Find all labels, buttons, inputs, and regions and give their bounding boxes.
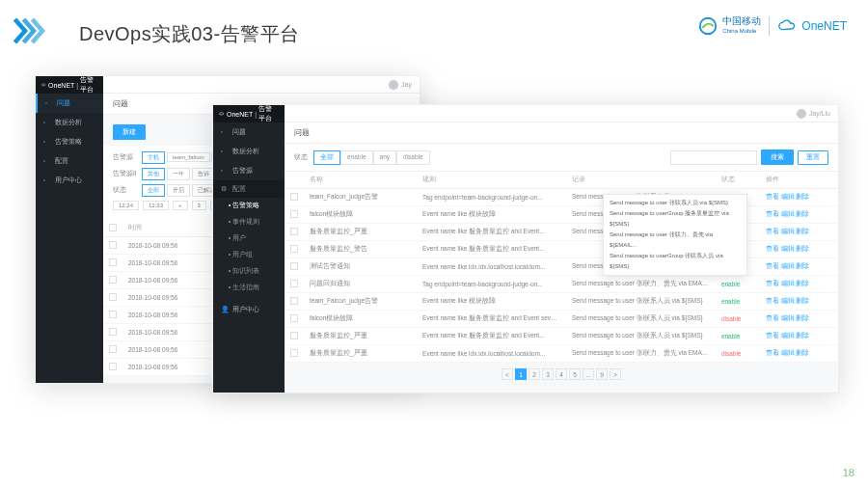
row-checkbox[interactable]	[290, 193, 298, 201]
china-mobile-logo: 中国移动China Mobile	[697, 15, 761, 37]
table-row[interactable]: 服务质量监控_严重Event name like 服务质量监控 and Even…	[285, 328, 838, 345]
sidebar-item-usercenter[interactable]: 👤 用户中心	[213, 300, 285, 319]
table-row[interactable]: 问题回归通知Tag endpoint=team-background-judge…	[285, 276, 838, 293]
page-button[interactable]: <	[502, 368, 513, 380]
time-pill[interactable]: +	[173, 201, 188, 210]
row-checkbox[interactable]	[109, 363, 117, 370]
slide-title: DevOps实践03-告警平台	[79, 21, 300, 47]
table-row[interactable]: 服务质量监控_严重Event name like idx.idx.localho…	[285, 345, 838, 363]
time-pill[interactable]: 12:33	[143, 201, 169, 210]
search-button[interactable]: 搜索	[761, 149, 794, 165]
reset-button[interactable]: 重置	[798, 150, 828, 165]
page-button[interactable]: 5	[569, 368, 581, 380]
nav-icon: ◦	[43, 157, 51, 165]
page-button[interactable]: ...	[583, 368, 594, 380]
sidebar-section-config[interactable]: ⚙ 配置	[213, 180, 285, 198]
table-row[interactable]: falcon模块故障Event name like 服务质量监控 and Eve…	[285, 311, 838, 328]
row-checkbox[interactable]	[290, 262, 298, 270]
sidebar-label: 问题	[57, 98, 70, 108]
status-tab[interactable]: enable	[340, 150, 373, 165]
table-row[interactable]: 服务质量监控_严重Event name like 服务质量监控 and Even…	[285, 224, 838, 241]
sidebar-sub-0[interactable]: • 告警策略	[213, 198, 285, 214]
row-checkbox[interactable]	[290, 210, 298, 218]
row-checkbox[interactable]	[109, 276, 117, 284]
table-row[interactable]: 服务质量监控_警告Event name like 服务质量监控 and Even…	[285, 241, 838, 258]
sidebar-section-label: 配置	[232, 184, 246, 194]
row-checkbox[interactable]	[290, 349, 298, 357]
sidebar-item-4[interactable]: ◦用户中心	[36, 171, 103, 190]
row-checkbox[interactable]	[109, 345, 117, 353]
cell-actions[interactable]: 查看 编辑 删除	[760, 328, 838, 345]
row-checkbox[interactable]	[290, 280, 298, 287]
time-pill[interactable]: 3	[192, 201, 206, 210]
sidebar-sub-1[interactable]: • 事件规则	[213, 214, 285, 230]
time-pill[interactable]: 12:24	[113, 201, 139, 210]
cell-actions[interactable]: 查看 编辑 删除	[760, 293, 838, 311]
row-checkbox[interactable]	[290, 245, 298, 253]
new-button[interactable]: 新建	[113, 124, 146, 140]
front-user: Jay/Liu	[809, 110, 830, 117]
cell-actions[interactable]: 查看 编辑 删除	[760, 224, 838, 241]
row-checkbox[interactable]	[109, 293, 117, 301]
filter-pill[interactable]: team_falcon	[167, 152, 210, 162]
sidebar-item-main-2[interactable]: ◦告警源	[213, 161, 285, 180]
page-button[interactable]: 4	[556, 368, 567, 380]
sidebar-sub-4[interactable]: • 知识列表	[213, 263, 285, 280]
status-tab[interactable]: 全部	[313, 150, 340, 165]
sidebar-item-main-1[interactable]: ◦数据分析	[213, 142, 285, 161]
sidebar-sub-label: 用户	[232, 234, 246, 241]
sidebar-item-3[interactable]: ◦配置	[36, 151, 103, 171]
row-checkbox[interactable]	[290, 228, 298, 235]
sidebar-sub-5[interactable]: • 生活指南	[213, 280, 285, 296]
page-button[interactable]: 2	[529, 368, 540, 380]
table-row[interactable]: 测试告警通知Event name like idx.idx.localhost.…	[285, 258, 838, 276]
table-row[interactable]: team_Falcon_judge告警Event name like 模块故障S…	[285, 293, 838, 311]
sidebar-item-main-0[interactable]: ◦问题	[213, 122, 285, 142]
slide-chevron-logo	[14, 17, 48, 44]
table-row[interactable]: team_Falcon_judge告警Tag endpoint=team-bac…	[285, 189, 838, 206]
page-button[interactable]: 1	[515, 368, 527, 380]
cell-actions[interactable]: 查看 编辑 删除	[760, 345, 838, 363]
row-checkbox[interactable]	[109, 328, 117, 336]
table-row[interactable]: falcon模块故障Event name like 模块故障Send messa…	[285, 206, 838, 224]
page-button[interactable]: 3	[542, 368, 554, 380]
window-front: OneNET | 告警平台 ◦问题◦数据分析◦告警源 ⚙ 配置 • 告警策略• …	[212, 104, 839, 393]
row-checkbox[interactable]	[290, 314, 298, 322]
checkbox-icon[interactable]	[109, 224, 117, 231]
tooltip-line: Send message to userGroup 服务质量监控 via ${S…	[610, 208, 741, 230]
sidebar-item-2[interactable]: ◦告警策略	[36, 132, 103, 151]
cell-actions[interactable]: 查看 编辑 删除	[760, 276, 838, 293]
cell-actions[interactable]: 查看 编辑 删除	[760, 206, 838, 224]
back-logo-prefix: OneNET	[48, 82, 74, 89]
sidebar-item-0[interactable]: ◦问题	[36, 94, 103, 113]
cell-record: Send message to user 张联力、贵先 via EMAIL...	[566, 276, 716, 293]
cell-rule: Event name like idx.idx.localhost.locald…	[417, 258, 566, 276]
cell-status: enable	[716, 276, 760, 293]
user-icon: 👤	[221, 306, 229, 313]
page-button[interactable]: >	[610, 368, 621, 380]
status-label: 状态	[294, 153, 308, 162]
row-checkbox[interactable]	[290, 332, 298, 339]
filter-pill[interactable]: 一年	[167, 168, 190, 180]
sidebar-sub-3[interactable]: • 用户组	[213, 247, 285, 263]
status-tab[interactable]: disable	[396, 150, 430, 165]
filter-pill[interactable]: 其他	[142, 168, 165, 180]
col-record: 记录	[566, 172, 716, 189]
status-tab[interactable]: any	[373, 150, 396, 165]
search-input[interactable]	[670, 150, 757, 165]
filter-pill[interactable]: 主机	[142, 151, 165, 164]
cell-actions[interactable]: 查看 编辑 删除	[760, 189, 838, 206]
cell-actions[interactable]: 查看 编辑 删除	[760, 311, 838, 328]
row-checkbox[interactable]	[109, 258, 117, 266]
filter-pill[interactable]: 开启	[167, 184, 190, 197]
row-checkbox[interactable]	[290, 297, 298, 305]
row-checkbox[interactable]	[109, 241, 117, 249]
sidebar-item-1[interactable]: ◦数据分析	[36, 113, 103, 132]
cell-actions[interactable]: 查看 编辑 删除	[760, 258, 838, 276]
filter-pill[interactable]: 全部	[142, 184, 165, 197]
filter1-label: 告警源	[113, 153, 138, 162]
sidebar-sub-2[interactable]: • 用户	[213, 230, 285, 247]
page-button[interactable]: 9	[596, 368, 608, 380]
row-checkbox[interactable]	[109, 311, 117, 318]
cell-actions[interactable]: 查看 编辑 删除	[760, 241, 838, 258]
